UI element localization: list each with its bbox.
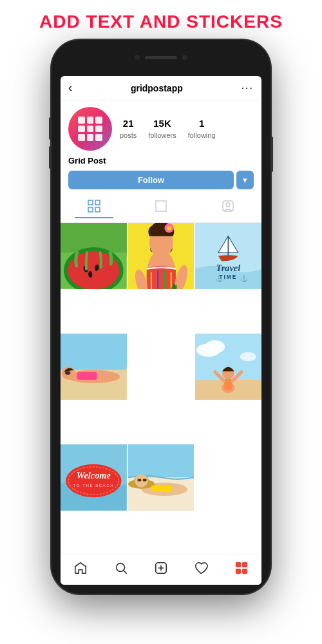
ig-navbar: ‹ gridpostapp ··· xyxy=(61,76,261,100)
content-tabs xyxy=(61,194,261,223)
followers-count: 15K xyxy=(148,118,176,129)
action-row: Follow ▾ xyxy=(68,171,254,189)
nav-search-icon[interactable] xyxy=(109,560,133,580)
svg-point-6 xyxy=(226,203,230,207)
grid-cell-beach-hat[interactable] xyxy=(128,444,194,511)
nav-home-icon[interactable] xyxy=(68,560,93,580)
profile-section: 21 posts 15K followers 1 following xyxy=(61,100,261,194)
svg-rect-36 xyxy=(77,372,97,380)
grid-cell-sky-girl[interactable] xyxy=(195,334,261,400)
svg-point-41 xyxy=(240,352,256,361)
main-title: ADD TEXT AND STICKERS xyxy=(6,12,316,32)
svg-point-48 xyxy=(66,464,121,497)
svg-rect-0 xyxy=(88,200,93,205)
posts-label: posts xyxy=(120,131,137,139)
tab-grid[interactable] xyxy=(75,198,113,218)
back-button[interactable]: ‹ xyxy=(68,81,72,95)
svg-rect-35 xyxy=(65,371,70,374)
svg-text:Travel: Travel xyxy=(216,263,241,273)
svg-rect-3 xyxy=(95,207,100,212)
svg-rect-59 xyxy=(142,478,146,481)
volume-down-button xyxy=(49,146,52,169)
grid-cell-welcome[interactable]: Welcome TO THE BEACH xyxy=(61,444,127,511)
svg-text:⚓: ⚓ xyxy=(215,275,223,283)
photo-grid: Travel TIME ⚓ ⚓ xyxy=(61,223,261,554)
bottom-nav xyxy=(61,554,261,585)
follow-button[interactable]: Follow xyxy=(68,171,234,189)
followers-stat: 15K followers xyxy=(148,118,176,140)
svg-text:Welcome: Welcome xyxy=(77,470,111,480)
svg-rect-58 xyxy=(137,478,141,481)
profile-top-row: 21 posts 15K followers 1 following xyxy=(68,107,254,151)
phone-wrap: ‹ gridpostapp ··· xyxy=(52,40,270,594)
followers-label: followers xyxy=(148,131,176,139)
svg-line-62 xyxy=(124,571,126,573)
posts-count: 21 xyxy=(120,118,137,129)
svg-rect-2 xyxy=(88,207,93,212)
tab-tagged[interactable] xyxy=(209,198,247,218)
svg-rect-68 xyxy=(236,569,241,574)
speaker xyxy=(145,56,177,59)
nav-grid-icon[interactable] xyxy=(229,560,254,580)
volume-up-button xyxy=(49,117,52,140)
tab-single[interactable] xyxy=(142,198,180,218)
grid-cell-watermelon[interactable] xyxy=(61,223,127,289)
power-button xyxy=(270,137,273,172)
page-header: ADD TEXT AND STICKERS xyxy=(0,0,322,40)
camera-dot2 xyxy=(182,55,187,60)
svg-rect-69 xyxy=(242,569,247,574)
nav-heart-icon[interactable] xyxy=(189,560,213,580)
avatar xyxy=(68,107,112,151)
svg-rect-4 xyxy=(156,201,166,211)
svg-point-40 xyxy=(205,340,225,354)
posts-stat: 21 posts xyxy=(120,118,137,140)
profile-stats: 21 posts 15K followers 1 following xyxy=(120,118,216,140)
phone-screen: ‹ gridpostapp ··· xyxy=(61,76,261,585)
following-count: 1 xyxy=(188,118,216,129)
svg-rect-52 xyxy=(128,444,194,477)
phone-notch xyxy=(122,50,200,64)
following-label: following xyxy=(188,131,216,139)
svg-rect-66 xyxy=(236,562,241,567)
grid-cell-beach-girls[interactable] xyxy=(61,334,127,400)
svg-text:TO THE BEACH: TO THE BEACH xyxy=(73,483,115,488)
svg-rect-60 xyxy=(151,486,171,492)
profile-name: Grid Post xyxy=(68,156,254,166)
svg-rect-31 xyxy=(61,334,127,370)
dropdown-button[interactable]: ▾ xyxy=(236,171,254,189)
svg-rect-1 xyxy=(95,200,100,205)
grid-cell-pineapple-girl[interactable] xyxy=(128,223,194,289)
grid-cell-travel[interactable]: Travel TIME ⚓ ⚓ xyxy=(195,223,261,289)
svg-rect-67 xyxy=(242,562,247,567)
nav-add-icon[interactable] xyxy=(149,560,173,580)
more-options-button[interactable]: ··· xyxy=(242,82,254,94)
following-stat: 1 following xyxy=(188,118,216,140)
svg-text:⚓: ⚓ xyxy=(240,275,248,283)
camera-dot xyxy=(135,55,140,60)
avatar-grid-icon xyxy=(78,117,102,141)
phone-shell: ‹ gridpostapp ··· xyxy=(52,40,270,594)
profile-username: gridpostapp xyxy=(131,83,183,93)
svg-point-23 xyxy=(167,226,171,230)
